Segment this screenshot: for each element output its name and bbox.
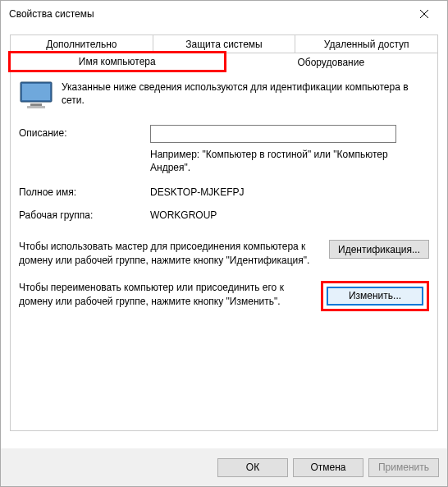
close-button[interactable] <box>408 2 441 25</box>
system-properties-window: Свойства системы Дополнительно Защита си… <box>0 0 448 487</box>
workgroup-value: WORKGROUP <box>150 207 217 221</box>
cancel-button[interactable]: Отмена <box>293 458 363 477</box>
workgroup-label: Рабочая группа: <box>19 207 150 221</box>
identification-text: Чтобы использовать мастер для присоедине… <box>19 240 322 268</box>
identification-button[interactable]: Идентификация... <box>329 240 429 259</box>
workgroup-row: Рабочая группа: WORKGROUP <box>19 207 429 225</box>
monitor-icon <box>19 80 53 113</box>
tab-system-protection[interactable]: Защита системы <box>153 34 296 53</box>
dialog-buttons: ОК Отмена Применить <box>1 448 447 486</box>
description-row: Описание: <box>19 125 429 143</box>
tab-hardware[interactable]: Оборудование <box>225 53 439 71</box>
intro-text: Указанные ниже сведения используются для… <box>62 80 429 113</box>
identification-block: Чтобы использовать мастер для присоедине… <box>19 240 429 268</box>
tab-computer-name[interactable]: Имя компьютера <box>10 53 225 71</box>
description-hint: Например: "Компьютер в гостиной" или "Ко… <box>150 148 429 174</box>
change-block: Чтобы переименовать компьютер или присое… <box>19 281 429 311</box>
change-button-highlight: Изменить... <box>321 281 429 311</box>
tab-remote-access[interactable]: Удаленный доступ <box>295 34 438 53</box>
tab-row-2: Имя компьютера Оборудование <box>10 53 438 71</box>
tab-advanced[interactable]: Дополнительно <box>10 34 153 53</box>
ok-button[interactable]: ОК <box>217 458 288 477</box>
tab-panel-computer-name: Указанные ниже сведения используются для… <box>10 70 438 431</box>
intro-block: Указанные ниже сведения используются для… <box>19 80 429 113</box>
fullname-value: DESKTOP-MJKEFPJ <box>150 184 244 198</box>
description-label: Описание: <box>19 125 150 139</box>
change-text: Чтобы переименовать компьютер или присое… <box>19 281 314 309</box>
apply-button[interactable]: Применить <box>368 458 439 477</box>
close-icon <box>420 10 428 18</box>
titlebar: Свойства системы <box>1 1 447 27</box>
svg-rect-4 <box>30 103 42 106</box>
tab-container: Дополнительно Защита системы Удаленный д… <box>9 34 439 432</box>
description-input[interactable] <box>150 125 396 143</box>
svg-rect-5 <box>27 106 45 108</box>
fullname-row: Полное имя: DESKTOP-MJKEFPJ <box>19 184 429 202</box>
change-button[interactable]: Изменить... <box>327 287 423 306</box>
tab-row-1: Дополнительно Защита системы Удаленный д… <box>10 34 438 53</box>
fullname-label: Полное имя: <box>19 184 150 198</box>
svg-rect-3 <box>22 84 50 100</box>
content-area: Дополнительно Защита системы Удаленный д… <box>1 27 447 448</box>
window-title: Свойства системы <box>9 8 94 20</box>
